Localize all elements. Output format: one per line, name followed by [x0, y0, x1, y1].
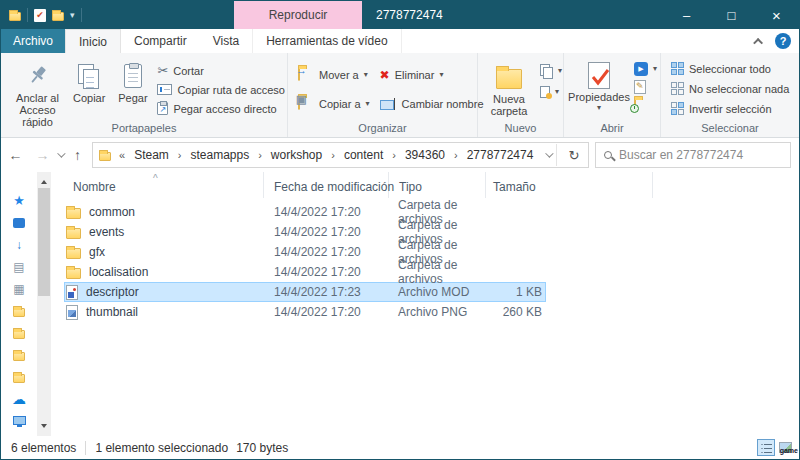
invert-selection-label: Invertir selección: [689, 103, 772, 115]
search-input[interactable]: [619, 148, 782, 162]
search-box: [595, 142, 791, 168]
cloud-icon: ☁: [12, 391, 26, 407]
new-item-button[interactable]: ▾: [540, 84, 562, 99]
caption-buttons: – □ ×: [664, 1, 799, 29]
history-button[interactable]: [634, 97, 657, 112]
refresh-icon[interactable]: ↻: [562, 148, 586, 163]
scroll-up-icon[interactable]: [41, 177, 47, 184]
scrollbar-thumb[interactable]: [38, 188, 50, 296]
qat-customize-dropdown[interactable]: ▾: [70, 10, 75, 20]
address-dropdown-icon[interactable]: [545, 149, 553, 157]
sidebar-scrollbar[interactable]: [37, 172, 51, 436]
quick-access-toolbar: ✔ ▾: [1, 8, 82, 22]
column-header-name[interactable]: Nombre: [53, 172, 264, 198]
new-folder-icon: [496, 59, 522, 93]
file-row-localisation[interactable]: localisation 14/4/2022 17:20 Carpeta de …: [64, 262, 546, 282]
copy-path-icon: [157, 84, 172, 95]
paste-icon: [124, 60, 142, 92]
breadcrumb-separator-icon: ›: [451, 149, 461, 161]
explorer-window: ✔ ▾ Reproducir 2778772474 – □ × Archivo …: [0, 0, 800, 460]
collapse-ribbon-icon[interactable]: [753, 37, 763, 47]
sort-ascending-icon: ^: [153, 173, 158, 184]
folder-icon: [66, 208, 81, 219]
dropdown-icon: ▾: [597, 103, 601, 112]
watermark: game: [780, 447, 798, 454]
sidebar-item-downloads[interactable]: ↓: [16, 238, 22, 251]
tab-file[interactable]: Archivo: [1, 29, 65, 53]
details-view-button[interactable]: [757, 439, 775, 456]
ribbon-group-new: Nueva carpeta ▾ ▾ Nuevo: [478, 53, 564, 137]
file-row-thumbnail[interactable]: thumbnail 14/4/2022 17:20 Archivo PNG 26…: [64, 302, 546, 322]
sidebar-item-folder[interactable]: [13, 370, 25, 383]
maximize-button[interactable]: □: [709, 1, 754, 29]
select-all-button[interactable]: Seleccionar todo: [671, 59, 799, 78]
copy-path-button[interactable]: Copiar ruta de acceso: [157, 80, 285, 99]
invert-selection-button[interactable]: Invertir selección: [671, 99, 799, 118]
back-button[interactable]: ←: [3, 147, 28, 163]
column-header-date[interactable]: Fecha de modificación: [264, 172, 389, 198]
sidebar-item-this-pc[interactable]: [13, 414, 26, 427]
up-button[interactable]: ↑: [65, 147, 90, 163]
breadcrumb-content[interactable]: content: [343, 148, 384, 162]
move-to-button[interactable]: → Mover a ▾: [298, 65, 370, 84]
easy-access-icon: [540, 64, 553, 77]
column-header-blank: [546, 172, 653, 198]
selection-count: 1 elemento seleccionado: [95, 441, 228, 455]
qat-separator: [27, 8, 28, 22]
column-header-type[interactable]: Tipo: [389, 172, 486, 198]
tab-share[interactable]: Compartir: [121, 29, 200, 53]
qat-new-folder-button[interactable]: [52, 12, 64, 21]
folder-icon: [13, 352, 25, 361]
ribbon-group-select: Seleccionar todo No seleccionar nada Inv…: [661, 53, 799, 137]
main-area: ★ ↓ ▤ ▦ ☁ ^ Nombre Fecha: [1, 172, 799, 436]
delete-button[interactable]: ✖ Eliminar ▾: [380, 65, 484, 84]
details-view-icon: [761, 443, 772, 453]
dropdown-icon: ▾: [558, 66, 562, 75]
contextual-tab-header: Reproducir: [234, 1, 362, 29]
tab-home[interactable]: Inicio: [65, 29, 121, 53]
copy-to-button[interactable]: ▣ Copiar a ▾: [298, 94, 370, 113]
paste-shortcut-button[interactable]: Pegar acceso directo: [157, 99, 285, 118]
scroll-down-icon[interactable]: [41, 424, 47, 431]
breadcrumb-workshop[interactable]: workshop: [270, 148, 323, 162]
rename-icon: [380, 98, 397, 110]
easy-access-button[interactable]: ▾: [540, 63, 562, 78]
address-bar[interactable]: « Steam › steamapps › workshop › content…: [92, 142, 589, 168]
edit-button[interactable]: ✎: [634, 79, 657, 94]
sidebar-item-folder[interactable]: [13, 348, 25, 361]
tab-video-tools[interactable]: Herramientas de vídeo: [252, 29, 401, 53]
help-icon[interactable]: ?: [775, 33, 791, 49]
file-row-descriptor[interactable]: descriptor 14/4/2022 17:23 Archivo MOD 1…: [64, 282, 546, 302]
sidebar-item-onedrive[interactable]: ☁: [12, 392, 26, 405]
sidebar-item-documents[interactable]: ▤: [13, 260, 24, 273]
sidebar-item-desktop[interactable]: [13, 216, 25, 229]
open-group-label: Abrir: [564, 122, 660, 134]
cut-button[interactable]: ✂ Cortar: [157, 61, 285, 80]
copy-to-icon: ▣: [298, 97, 314, 111]
minimize-button[interactable]: –: [664, 1, 709, 29]
rename-button[interactable]: Cambiar nombre: [380, 94, 484, 113]
status-bar: 6 elementos 1 elemento seleccionado 170 …: [1, 436, 799, 459]
close-button[interactable]: ×: [754, 1, 799, 29]
column-header-size[interactable]: Tamaño: [486, 172, 546, 198]
open-button[interactable]: ▶ ▾: [634, 61, 657, 76]
breadcrumb-steamapps[interactable]: steamapps: [189, 148, 250, 162]
sidebar-item-quick-access[interactable]: ★: [13, 194, 25, 207]
breadcrumb-steam[interactable]: Steam: [133, 148, 170, 162]
select-group-label: Seleccionar: [661, 122, 799, 134]
qat-properties-button[interactable]: ✔: [34, 9, 46, 22]
delete-icon: ✖: [380, 69, 390, 81]
sidebar-item-folder[interactable]: [13, 326, 25, 339]
sidebar-item-folder[interactable]: [13, 304, 25, 317]
select-none-label: No seleccionar nada: [689, 83, 789, 95]
tab-view[interactable]: Vista: [200, 29, 252, 53]
select-none-button[interactable]: No seleccionar nada: [671, 79, 799, 98]
forward-button[interactable]: →: [30, 147, 55, 163]
breadcrumb-394360[interactable]: 394360: [404, 148, 446, 162]
breadcrumb-2778772474[interactable]: 2778772474: [466, 148, 535, 162]
breadcrumb-prefix[interactable]: «: [116, 149, 128, 161]
monitor-icon: [13, 416, 26, 425]
sidebar-item-pictures[interactable]: ▦: [13, 282, 24, 295]
folder-icon: [13, 374, 25, 383]
clipboard-group-label: Portapapeles: [1, 122, 287, 134]
